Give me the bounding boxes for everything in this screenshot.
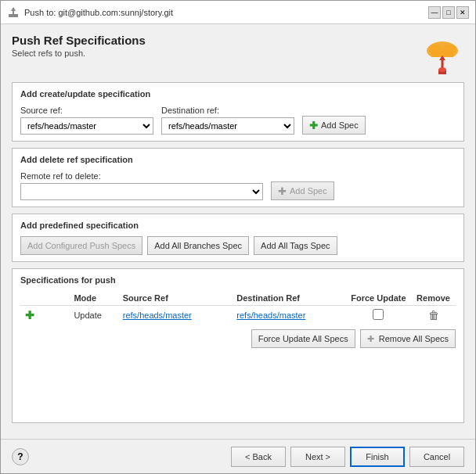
page-title: Push Ref Specifications: [12, 34, 146, 47]
back-button[interactable]: < Back: [231, 447, 286, 467]
footer-right: < Back Next > Finish Cancel: [231, 447, 464, 467]
col-header-mode-label: Mode: [69, 291, 117, 306]
col-header-mode: [20, 291, 69, 306]
create-update-section: Add create/update specification Source r…: [12, 82, 464, 142]
row-dest-ref: refs/heads/master: [232, 306, 346, 325]
plus-icon: ✚: [309, 120, 318, 131]
remove-all-icon: ✚: [367, 334, 374, 343]
predefined-buttons: Add Configured Push Specs Add All Branch…: [20, 236, 456, 255]
remove-icon[interactable]: 🗑: [428, 309, 439, 321]
row-remove: 🗑: [411, 306, 456, 325]
footer: ? < Back Next > Finish Cancel: [1, 439, 475, 473]
svg-point-10: [438, 67, 446, 72]
dest-ref-select[interactable]: refs/heads/master: [161, 117, 294, 135]
next-button[interactable]: Next >: [290, 447, 345, 467]
add-spec-btn-wrapper: ✚ Add Spec: [302, 116, 366, 135]
specs-section: Specifications for push Mode Source Ref …: [12, 268, 464, 423]
remote-ref-group: Remote ref to delete:: [20, 171, 263, 200]
close-button[interactable]: ✕: [456, 6, 469, 19]
predefined-title: Add predefined specification: [20, 221, 456, 230]
table-row: ✚ Update refs/heads/master refs/heads/ma…: [20, 306, 456, 325]
remote-ref-label: Remote ref to delete:: [20, 171, 263, 181]
specs-title: Specifications for push: [20, 275, 456, 285]
minimize-button[interactable]: —: [428, 6, 441, 19]
specs-actions: Force Update All Specs ✚ Remove All Spec…: [20, 329, 456, 348]
maximize-button[interactable]: □: [442, 6, 455, 19]
create-update-title: Add create/update specification: [20, 89, 456, 99]
row-mode: Update: [69, 306, 117, 325]
titlebar-title: Push to: git@github.com:sunnj/story.git: [24, 8, 173, 17]
col-header-remove: Remove: [411, 291, 456, 306]
titlebar-left: Push to: git@github.com:sunnj/story.git: [7, 6, 173, 19]
delete-add-spec-btn-wrapper: ✚ Add Spec: [271, 181, 334, 200]
delete-add-spec-button[interactable]: ✚ Add Spec: [271, 181, 334, 200]
force-update-checkbox[interactable]: [373, 309, 384, 320]
page-header: Push Ref Specifications Select refs to p…: [12, 34, 464, 74]
delete-plus-icon: ✚: [278, 185, 287, 197]
dest-ref-label: Destination ref:: [161, 106, 294, 115]
footer-left: ?: [12, 448, 29, 465]
titlebar-buttons: — □ ✕: [428, 6, 469, 19]
remove-all-specs-button[interactable]: ✚ Remove All Specs: [360, 329, 456, 348]
help-button[interactable]: ?: [12, 448, 29, 465]
delete-section-title: Add delete ref specification: [20, 155, 456, 164]
svg-marker-1: [11, 7, 16, 14]
predefined-section: Add predefined specification Add Configu…: [12, 214, 464, 262]
dest-ref-group: Destination ref: refs/heads/master: [161, 106, 294, 135]
page-header-text: Push Ref Specifications Select refs to p…: [12, 34, 146, 58]
main-window: Push to: git@github.com:sunnj/story.git …: [0, 0, 476, 474]
add-all-tags-spec-button[interactable]: Add All Tags Spec: [254, 236, 337, 255]
add-all-branches-spec-button[interactable]: Add All Branches Spec: [147, 236, 249, 255]
finish-button[interactable]: Finish: [350, 447, 405, 467]
delete-form: Remote ref to delete: ✚ Add Spec: [20, 171, 456, 200]
cancel-button[interactable]: Cancel: [409, 447, 464, 467]
row-force-update: [346, 306, 411, 325]
col-header-dest: Destination Ref: [232, 291, 346, 306]
create-update-form: Source ref: refs/heads/master Destinatio…: [20, 105, 456, 135]
content-area: Push Ref Specifications Select refs to p…: [1, 24, 475, 439]
row-source-ref: refs/heads/master: [118, 306, 233, 325]
col-header-force: Force Update: [346, 291, 411, 306]
source-ref-label: Source ref:: [20, 106, 153, 115]
delete-section: Add delete ref specification Remote ref …: [12, 148, 464, 207]
col-header-source: Source Ref: [118, 291, 233, 306]
svg-rect-0: [9, 14, 18, 17]
page-subtitle: Select refs to push.: [12, 48, 146, 58]
source-ref-select[interactable]: refs/heads/master: [20, 117, 153, 135]
specs-table: Mode Source Ref Destination Ref Force Up…: [20, 291, 456, 325]
cloud-upload-icon: [424, 34, 461, 74]
push-icon: [7, 6, 20, 19]
force-update-all-specs-button[interactable]: Force Update All Specs: [251, 329, 355, 348]
row-add-icon: ✚: [20, 306, 69, 325]
create-update-add-spec-button[interactable]: ✚ Add Spec: [302, 116, 366, 135]
source-ref-group: Source ref: refs/heads/master: [20, 106, 153, 135]
remote-ref-select[interactable]: [20, 183, 263, 200]
add-configured-push-specs-button[interactable]: Add Configured Push Specs: [20, 236, 142, 255]
titlebar: Push to: git@github.com:sunnj/story.git …: [1, 1, 475, 24]
